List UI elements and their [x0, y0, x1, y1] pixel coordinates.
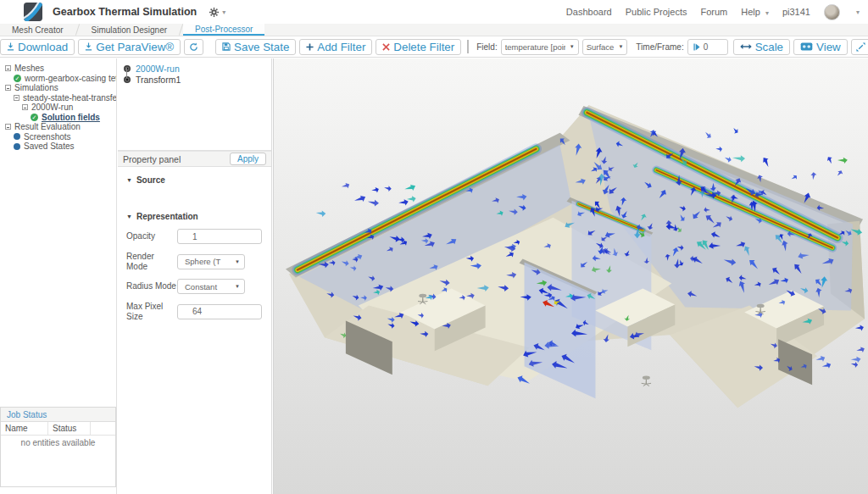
max-pixel-size-input[interactable]: 64: [177, 304, 262, 319]
nav-help[interactable]: Help ▾: [741, 7, 769, 17]
tree-item-solution-fields[interactable]: ✓Solution fields: [0, 113, 116, 123]
top-header: Gearbox Thermal Simulation ▾ Dashboard P…: [0, 0, 868, 24]
scale-button[interactable]: Scale: [733, 39, 790, 55]
property-panel-title: Property panel: [123, 154, 181, 164]
nav-dashboard[interactable]: Dashboard: [566, 7, 612, 17]
collapse-icon[interactable]: [14, 95, 19, 101]
get-paraview-button[interactable]: Get ParaView®: [78, 39, 181, 55]
tab-post-processor[interactable]: Post-Processor: [183, 24, 264, 36]
save-state-button[interactable]: Save State: [215, 39, 296, 55]
job-status-empty-text: no entities available: [1, 436, 115, 447]
nav-public-projects[interactable]: Public Projects: [626, 7, 687, 17]
plus-icon: [306, 43, 314, 51]
refresh-button[interactable]: [184, 39, 203, 55]
opacity-row: Opacity 1: [126, 229, 263, 244]
tree-item-simulations[interactable]: Simulations: [0, 83, 116, 93]
tab-mesh-creator[interactable]: Mesh Creator: [0, 24, 75, 36]
nav-forum[interactable]: Forum: [700, 7, 727, 17]
pipeline-browser: 2000W-run Transform1: [118, 58, 271, 151]
tree-item-mesh[interactable]: ✓worm-gearbox-casing tet-mesh: [0, 74, 116, 84]
section-representation[interactable]: ▼ Representation: [118, 203, 271, 221]
job-status-panel: Job Status Name Status no entities avail…: [0, 407, 116, 487]
floppy-save-icon: [222, 42, 231, 51]
collapse-icon[interactable]: [5, 65, 11, 71]
tree-item-saved-states[interactable]: Saved States: [0, 142, 116, 152]
pipeline-node-icon: [123, 64, 131, 73]
gear-icon: [209, 7, 220, 18]
download-icon: [7, 42, 14, 51]
download-icon: [85, 42, 92, 51]
avatar[interactable]: [824, 4, 840, 20]
apply-button[interactable]: Apply: [230, 153, 266, 165]
job-status-columns: Name Status: [1, 422, 115, 436]
chevron-down-icon: ▾: [222, 8, 225, 16]
triangle-down-icon: ▼: [126, 214, 132, 219]
header-nav: Dashboard Public Projects Forum Help ▾ p…: [566, 4, 860, 20]
render-mode-select[interactable]: Sphere (T▼: [177, 254, 245, 269]
select-arrow-icon: ▼: [235, 284, 240, 289]
delete-filter-button[interactable]: Delete Filter: [376, 39, 461, 55]
app-window: Gearbox Thermal Simulation ▾ Dashboard P…: [0, 0, 868, 494]
radius-mode-label: Radius Mode: [126, 281, 177, 291]
pipeline-item-2000w-run[interactable]: 2000W-run: [123, 63, 271, 74]
main-tab-bar: Mesh Creator Simulation Designer Post-Pr…: [0, 24, 868, 36]
refresh-icon: [189, 42, 198, 52]
radius-mode-select[interactable]: Constant▼: [177, 279, 245, 294]
horizontal-scale-arrows-icon: [740, 43, 752, 50]
colorbar-legend-toggle-icon[interactable]: [467, 40, 469, 53]
property-panel-header: Property panel Apply: [118, 151, 271, 167]
field-label: Field:: [476, 42, 497, 52]
cfd-scene: [274, 58, 868, 494]
select-arrow-icon: ▼: [618, 44, 623, 49]
check-icon: ✓: [14, 75, 21, 82]
max-pixel-size-label: Max Pixel Size: [126, 302, 177, 321]
select-arrow-icon: ▼: [235, 259, 240, 264]
pipeline-node-icon: [123, 75, 131, 84]
fit-view-button[interactable]: [851, 39, 868, 55]
column-status: Status: [48, 422, 91, 435]
play-step-icon: [693, 43, 700, 51]
pipeline-connector: [126, 68, 127, 78]
download-button[interactable]: Download: [0, 39, 75, 55]
max-pixel-size-row: Max Pixel Size 64: [126, 302, 263, 321]
x-delete-icon: [382, 43, 390, 51]
radius-mode-row: Radius Mode Constant▼: [126, 279, 263, 294]
time-frame-label: Time/Frame:: [636, 42, 683, 52]
tree-item-2000w-run[interactable]: 2000W-run: [0, 103, 116, 113]
tree-item-result-evaluation[interactable]: Result Evaluation: [0, 122, 116, 132]
page-title: Gearbox Thermal Simulation: [53, 6, 197, 18]
collapse-icon[interactable]: [5, 124, 11, 130]
render-mode-row: Render Mode Sphere (T▼: [126, 252, 263, 271]
project-settings-button[interactable]: ▾: [209, 7, 225, 18]
pipeline-item-transform1[interactable]: Transform1: [123, 74, 271, 85]
field-select[interactable]: temperature [point-data]▼: [501, 39, 579, 55]
job-status-title: Job Status: [1, 408, 115, 422]
collapse-icon[interactable]: [5, 85, 11, 91]
collapse-icon[interactable]: [22, 104, 28, 110]
time-frame-input[interactable]: 0: [687, 39, 728, 55]
view-button[interactable]: View: [793, 39, 848, 55]
tree-item-screenshots[interactable]: Screenshots: [0, 132, 116, 142]
tree-item-steady-state[interactable]: steady-state-heat-transfer: [0, 93, 116, 103]
app-logo-icon: [24, 3, 42, 21]
opacity-label: Opacity: [126, 231, 177, 241]
dot-icon: [14, 143, 20, 150]
pipeline-and-properties-column: 2000W-run Transform1 Property panel Appl…: [118, 58, 272, 494]
opacity-input[interactable]: 1: [177, 229, 262, 244]
tab-simulation-designer[interactable]: Simulation Designer: [80, 24, 180, 36]
post-processor-toolbar: Download Get ParaView® Save State: [0, 36, 868, 58]
tree-item-meshes[interactable]: Meshes: [0, 64, 116, 74]
representation-select[interactable]: Surface▼: [582, 39, 628, 55]
username[interactable]: pi3141: [782, 7, 810, 17]
add-filter-button[interactable]: Add Filter: [299, 39, 372, 55]
column-name: Name: [1, 422, 48, 435]
select-arrow-icon: ▼: [570, 44, 575, 49]
chevron-down-icon: ▾: [765, 9, 769, 17]
section-source[interactable]: ▼ Source: [118, 167, 271, 185]
render-viewport[interactable]: [273, 58, 868, 494]
check-icon: ✓: [31, 114, 38, 121]
fit-to-screen-icon: [856, 42, 865, 52]
render-mode-label: Render Mode: [126, 252, 177, 271]
dot-icon: [14, 133, 20, 140]
chevron-down-icon[interactable]: ▾: [856, 8, 860, 16]
